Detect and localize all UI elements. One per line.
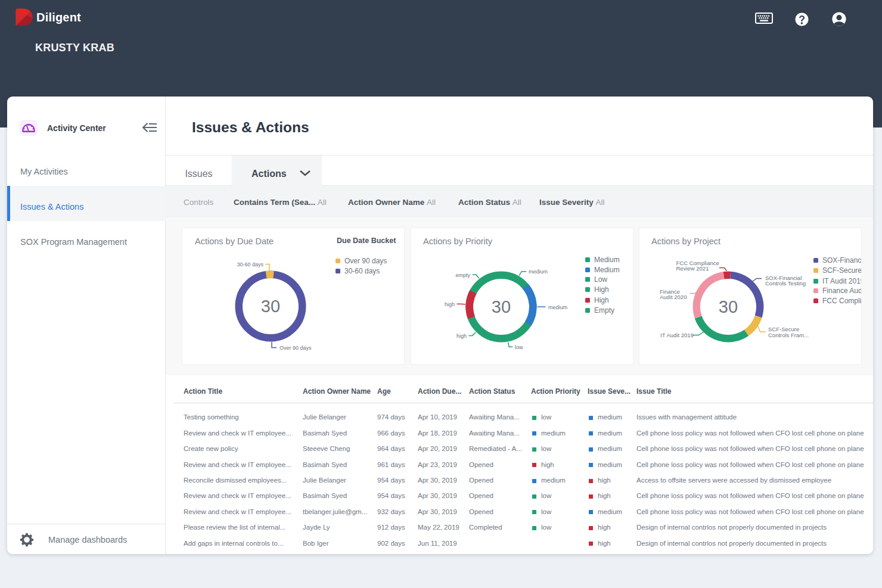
svg-text:Audit 2020: Audit 2020 xyxy=(660,294,687,300)
svg-text:30: 30 xyxy=(492,297,511,316)
svg-text:30: 30 xyxy=(719,297,738,316)
svg-text:high: high xyxy=(445,301,455,307)
svg-text:Controls Fram...: Controls Fram... xyxy=(768,332,809,338)
svg-text:medium: medium xyxy=(529,269,548,275)
svg-text:empty: empty xyxy=(455,272,470,278)
svg-text:IT Audit 2019: IT Audit 2019 xyxy=(660,332,694,338)
svg-text:high: high xyxy=(456,333,467,339)
svg-text:Review 2021: Review 2021 xyxy=(676,265,709,272)
svg-text:medium: medium xyxy=(548,304,567,310)
svg-text:30-60 days: 30-60 days xyxy=(237,262,263,267)
svg-text:30: 30 xyxy=(261,297,280,316)
svg-text:Controls Testing: Controls Testing xyxy=(765,280,806,287)
svg-text:Over 90 days: Over 90 days xyxy=(279,345,312,351)
svg-text:low: low xyxy=(515,344,523,350)
